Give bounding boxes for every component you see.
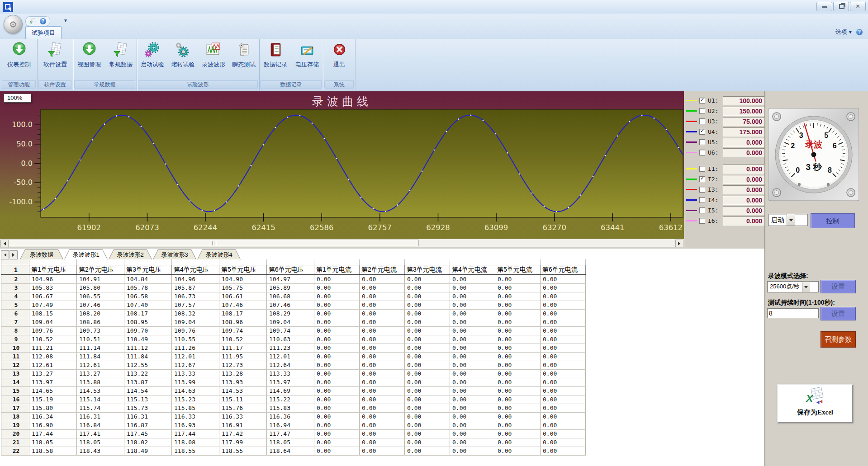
- cell[interactable]: 0.00: [360, 361, 405, 369]
- cell[interactable]: 0.00: [360, 352, 405, 361]
- help-button[interactable]: ?: [856, 29, 863, 35]
- cell[interactable]: 108.20: [77, 309, 124, 318]
- cell[interactable]: 0.00: [360, 404, 405, 412]
- cell[interactable]: 0.00: [314, 412, 360, 421]
- channel-checkbox[interactable]: [699, 150, 705, 155]
- cell[interactable]: 0.00: [495, 301, 541, 309]
- cell[interactable]: 0.00: [314, 404, 360, 412]
- cell[interactable]: 0.00: [450, 421, 495, 429]
- cell[interactable]: 0.00: [314, 292, 360, 301]
- cell[interactable]: 115.11: [219, 395, 267, 404]
- cell[interactable]: 0.00: [314, 283, 360, 292]
- cell[interactable]: 115.14: [77, 395, 124, 404]
- cell[interactable]: 106.67: [29, 292, 77, 301]
- cell[interactable]: 0.00: [495, 361, 541, 369]
- column-header[interactable]: 第6单元电压: [267, 265, 314, 275]
- cell[interactable]: 109.04: [172, 318, 219, 326]
- channel-checkbox[interactable]: [699, 166, 705, 172]
- cell[interactable]: 0.00: [450, 447, 495, 455]
- ribbon-button[interactable]: 软件设置: [40, 42, 70, 69]
- cell[interactable]: 0.00: [541, 318, 586, 326]
- excel-icon[interactable]: X: [29, 18, 36, 24]
- cell[interactable]: 108.96: [219, 318, 267, 326]
- cell[interactable]: 0.00: [450, 301, 495, 309]
- cell[interactable]: 0.00: [541, 301, 586, 309]
- cell[interactable]: 0.00: [360, 438, 405, 447]
- cell[interactable]: 0.00: [405, 283, 450, 292]
- cell[interactable]: 0.00: [360, 447, 405, 455]
- cell[interactable]: 106.55: [77, 292, 124, 301]
- cell[interactable]: 111.23: [267, 344, 314, 352]
- cell[interactable]: 0.00: [541, 335, 586, 344]
- cell[interactable]: 113.99: [172, 378, 219, 386]
- row-number[interactable]: 15: [1, 386, 29, 395]
- cell[interactable]: 0.00: [495, 283, 541, 292]
- cell[interactable]: 111.14: [77, 344, 124, 352]
- channel-value[interactable]: 0.000: [723, 165, 764, 174]
- cell[interactable]: 116.91: [219, 421, 267, 429]
- cell[interactable]: 0.00: [450, 386, 495, 395]
- row-number[interactable]: 13: [1, 369, 29, 378]
- cell[interactable]: 118.58: [29, 447, 77, 455]
- column-header[interactable]: 第3单元电压: [124, 265, 172, 275]
- cell[interactable]: 0.00: [405, 301, 450, 309]
- cell[interactable]: 113.22: [124, 369, 172, 378]
- help-icon[interactable]: ?: [40, 18, 46, 24]
- cell[interactable]: 105.89: [267, 283, 314, 292]
- cell[interactable]: 114.63: [172, 386, 219, 395]
- channel-value[interactable]: 0.000: [723, 196, 764, 205]
- cell[interactable]: 116.36: [267, 412, 314, 421]
- cell[interactable]: 0.00: [541, 275, 586, 283]
- cell[interactable]: 108.17: [219, 309, 267, 318]
- cell[interactable]: 0.00: [405, 429, 450, 438]
- cell[interactable]: 107.40: [124, 301, 172, 309]
- cell[interactable]: 0.00: [495, 344, 541, 352]
- cell[interactable]: 0.00: [541, 369, 586, 378]
- cell[interactable]: 111.26: [172, 344, 219, 352]
- cell[interactable]: 0.00: [450, 318, 495, 326]
- row-number[interactable]: 18: [1, 412, 29, 421]
- channel-value[interactable]: 75.000: [723, 117, 764, 126]
- cell[interactable]: 117.99: [219, 438, 267, 447]
- row-number[interactable]: 10: [1, 344, 29, 352]
- cell[interactable]: 114.53: [77, 386, 124, 395]
- application-menu-button[interactable]: ⚙: [4, 15, 23, 34]
- cell[interactable]: 112.01: [172, 352, 219, 361]
- cell[interactable]: 0.00: [450, 395, 495, 404]
- cell[interactable]: 104.91: [77, 275, 124, 283]
- cell[interactable]: 107.57: [172, 301, 219, 309]
- cell[interactable]: 0.00: [541, 386, 586, 395]
- cell[interactable]: 0.00: [405, 309, 450, 318]
- cell[interactable]: 0.00: [541, 352, 586, 361]
- cell[interactable]: 115.76: [219, 404, 267, 412]
- sheet-tab[interactable]: 录波数据: [20, 249, 63, 259]
- cell[interactable]: 0.00: [405, 352, 450, 361]
- cell[interactable]: 116.90: [29, 421, 77, 429]
- column-header[interactable]: 第6单元电流: [541, 265, 586, 275]
- cell[interactable]: 0.00: [450, 412, 495, 421]
- cell[interactable]: 105.87: [172, 283, 219, 292]
- cell[interactable]: 0.00: [360, 301, 405, 309]
- cell[interactable]: 0.00: [405, 292, 450, 301]
- cell[interactable]: 0.00: [495, 412, 541, 421]
- cell[interactable]: 0.00: [314, 395, 360, 404]
- row-number[interactable]: 7: [1, 318, 29, 326]
- cell[interactable]: 0.00: [495, 352, 541, 361]
- cell[interactable]: 117.42: [219, 429, 267, 438]
- cell[interactable]: 108.17: [124, 309, 172, 318]
- cell[interactable]: 0.00: [405, 369, 450, 378]
- fetch-params-button[interactable]: 召测参数: [821, 331, 856, 348]
- cell[interactable]: 110.49: [124, 335, 172, 344]
- cell[interactable]: 116.84: [77, 421, 124, 429]
- cell[interactable]: 109.04: [267, 318, 314, 326]
- cell[interactable]: 0.00: [450, 378, 495, 386]
- cell[interactable]: 0.00: [314, 344, 360, 352]
- cell[interactable]: 0.00: [360, 275, 405, 283]
- channel-checkbox[interactable]: [699, 98, 705, 104]
- cell[interactable]: 0.00: [405, 404, 450, 412]
- cell[interactable]: 0.00: [405, 386, 450, 395]
- cell[interactable]: 118.49: [124, 447, 172, 455]
- cell[interactable]: 115.13: [124, 395, 172, 404]
- start-mode-select[interactable]: 启动: [768, 214, 808, 226]
- row-number[interactable]: 8: [1, 326, 29, 335]
